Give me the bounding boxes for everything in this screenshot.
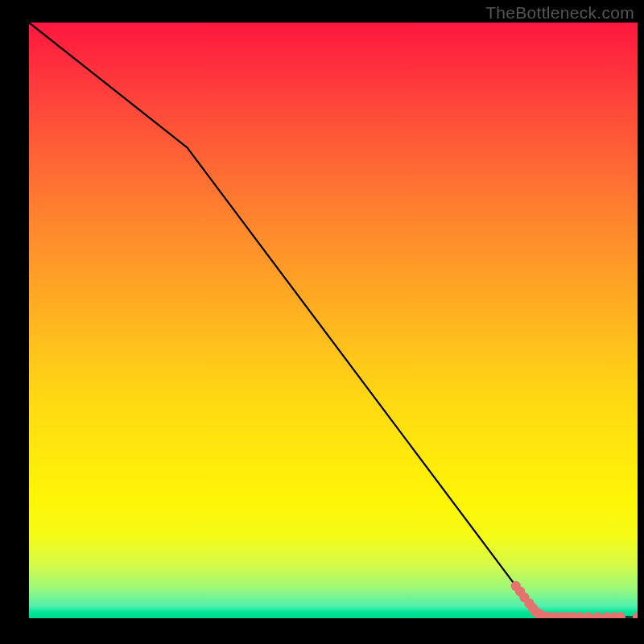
chart-marker (593, 612, 603, 618)
chart-overlay (29, 23, 638, 618)
chart-line-series (29, 23, 638, 617)
chart-marker (633, 612, 638, 618)
chart-marker-group (511, 581, 638, 618)
chart-marker (576, 612, 585, 618)
watermark-text: TheBottleneck.com (485, 3, 634, 23)
chart-plot-area (29, 23, 638, 618)
chart-marker (584, 612, 593, 618)
